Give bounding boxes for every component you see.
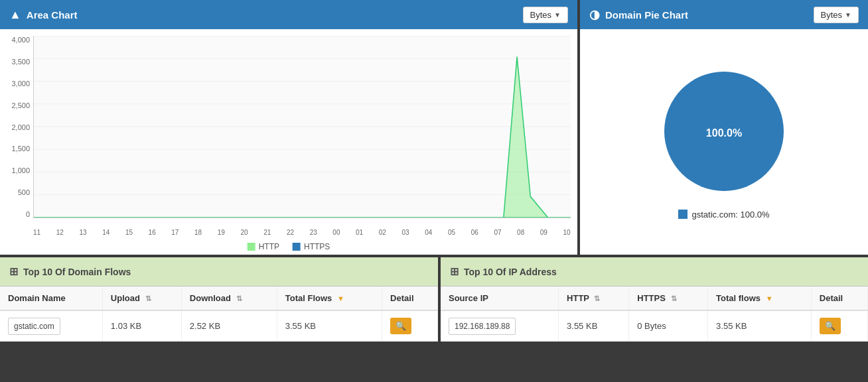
cell-download: 2.52 KB [181,310,277,342]
col-detail-label: Detail [390,293,413,303]
domain-table-header-row: Domain Name Upload ⇅ Download ⇅ Total Fl… [0,286,438,310]
pie-chart-bytes-button[interactable]: Bytes [814,7,859,23]
y-label-1000: 1,000 [3,166,30,174]
ip-table-title: Top 10 Of IP Address [464,267,557,277]
chart-drawing-area [33,36,571,218]
col-http-label: HTTP [567,293,589,303]
area-chart-svg [34,36,571,218]
table-row: 192.168.189.88 3.55 KB 0 Bytes 3.55 KB 🔍 [441,310,868,342]
col-source-ip: Source IP [441,286,559,310]
domain-table-header: ⊞ Top 10 Of Domain Flows [0,257,438,286]
y-label-2000: 2,000 [3,123,30,131]
col-https-label: HTTPS [637,293,666,303]
cell-detail-action: 🔍 [382,310,438,342]
pie-legend-text: gstatic.com: 100.0% [691,210,769,220]
legend-https-color [293,243,301,251]
ip-table-panel: ⊞ Top 10 Of IP Address Source IP HTTP ⇅ [441,257,868,342]
cell-ip-total: 3.55 KB [708,310,812,342]
col-ip-detail: Detail [811,286,867,310]
ip-detail-button[interactable]: 🔍 [820,318,841,334]
col-http[interactable]: HTTP ⇅ [559,286,629,310]
pie-chart-svg: 100.0% [658,65,790,198]
table-row: gstatic.com 1.03 KB 2.52 KB 3.55 KB 🔍 [0,310,438,342]
col-ip-detail-label: Detail [820,293,843,303]
area-chart-bytes-button[interactable]: Bytes [523,7,568,23]
domain-table-title: Top 10 Of Domain Flows [23,267,131,277]
col-total-flows-label: Total Flows [285,293,332,303]
pie-chart-header: ◑ Domain Pie Chart Bytes [580,0,868,29]
col-domain-name-label: Domain Name [8,293,66,303]
domain-value: gstatic.com [8,318,60,335]
chart-legend: HTTP HTTPS [248,242,330,251]
col-download-label: Download [190,293,231,303]
ip-table-header-row: Source IP HTTP ⇅ HTTPS ⇅ Total flows ▼ [441,286,868,310]
cell-source-ip: 192.168.189.88 [441,310,559,342]
y-label-3500: 3,500 [3,58,30,66]
legend-http-label: HTTP [259,242,279,251]
pie-chart-body: 100.0% gstatic.com: 100.0% [580,29,868,255]
col-total-flows-sort: ▼ [337,294,344,302]
main-container: ▲ Area Chart Bytes 4,000 3,500 3,000 2,5… [0,0,868,342]
bottom-row: ⊞ Top 10 Of Domain Flows Domain Name Upl… [0,257,868,342]
pie-legend-label: gstatic.com: 100.0% [678,210,769,220]
y-label-500: 500 [3,188,30,196]
cell-http-val: 3.55 KB [559,310,629,342]
pie-chart-title-group: ◑ Domain Pie Chart [589,7,688,22]
area-chart-icon: ▲ [9,8,21,22]
col-source-ip-label: Source IP [449,293,488,303]
col-domain-name: Domain Name [0,286,102,310]
col-ip-total-flows[interactable]: Total flows ▼ [708,286,812,310]
area-chart-title-group: ▲ Area Chart [9,8,78,22]
y-label-4000: 4,000 [3,36,30,44]
col-http-sort: ⇅ [594,294,600,302]
area-chart-panel: ▲ Area Chart Bytes 4,000 3,500 3,000 2,5… [0,0,577,255]
pie-chart-title: Domain Pie Chart [605,9,688,21]
col-https-sort: ⇅ [671,294,677,302]
col-download[interactable]: Download ⇅ [181,286,277,310]
col-detail: Detail [382,286,438,310]
domain-table-icon: ⊞ [9,265,18,278]
y-label-2500: 2,500 [3,101,30,109]
domain-detail-button[interactable]: 🔍 [390,318,411,334]
col-https[interactable]: HTTPS ⇅ [629,286,708,310]
legend-https: HTTPS [293,242,330,251]
col-ip-total-flows-label: Total flows [716,293,760,303]
y-label-3000: 3,000 [3,80,30,88]
area-chart-title: Area Chart [27,9,78,21]
col-upload[interactable]: Upload ⇅ [102,286,181,310]
ip-table-icon: ⊞ [450,265,459,278]
pie-percentage-label: 100.0% [706,127,742,139]
col-upload-label: Upload [111,293,140,303]
col-upload-sort: ⇅ [145,294,151,302]
cell-upload: 1.03 KB [102,310,181,342]
legend-http-color [248,243,255,251]
ip-value: 192.168.189.88 [449,318,516,335]
domain-table: Domain Name Upload ⇅ Download ⇅ Total Fl… [0,286,438,342]
y-axis-labels: 4,000 3,500 3,000 2,500 2,000 1,500 1,00… [3,36,30,218]
cell-total: 3.55 KB [277,310,382,342]
cell-ip-detail-action: 🔍 [811,310,867,342]
ip-table: Source IP HTTP ⇅ HTTPS ⇅ Total flows ▼ [441,286,868,342]
col-total-flows[interactable]: Total Flows ▼ [277,286,382,310]
col-ip-total-flows-sort: ▼ [766,294,773,302]
pie-legend-color [678,210,687,219]
x-axis-labels: 11 12 13 14 15 16 17 18 19 20 21 22 23 0… [33,229,571,236]
area-chart-header: ▲ Area Chart Bytes [0,0,577,29]
area-chart-body: 4,000 3,500 3,000 2,500 2,000 1,500 1,00… [0,29,577,255]
y-label-1500: 1,500 [3,145,30,153]
pie-svg-container: 100.0% [658,65,790,200]
col-download-sort: ⇅ [236,294,242,302]
pie-chart-icon: ◑ [589,7,600,22]
legend-https-label: HTTPS [304,242,330,251]
ip-table-header: ⊞ Top 10 Of IP Address [441,257,868,286]
y-label-0: 0 [3,210,30,218]
cell-domain: gstatic.com [0,310,102,342]
top-row: ▲ Area Chart Bytes 4,000 3,500 3,000 2,5… [0,0,868,255]
cell-https-val: 0 Bytes [629,310,708,342]
legend-http: HTTP [248,242,279,251]
domain-table-panel: ⊞ Top 10 Of Domain Flows Domain Name Upl… [0,257,438,342]
pie-chart-panel: ◑ Domain Pie Chart Bytes 100.0% gstatic.… [580,0,868,255]
